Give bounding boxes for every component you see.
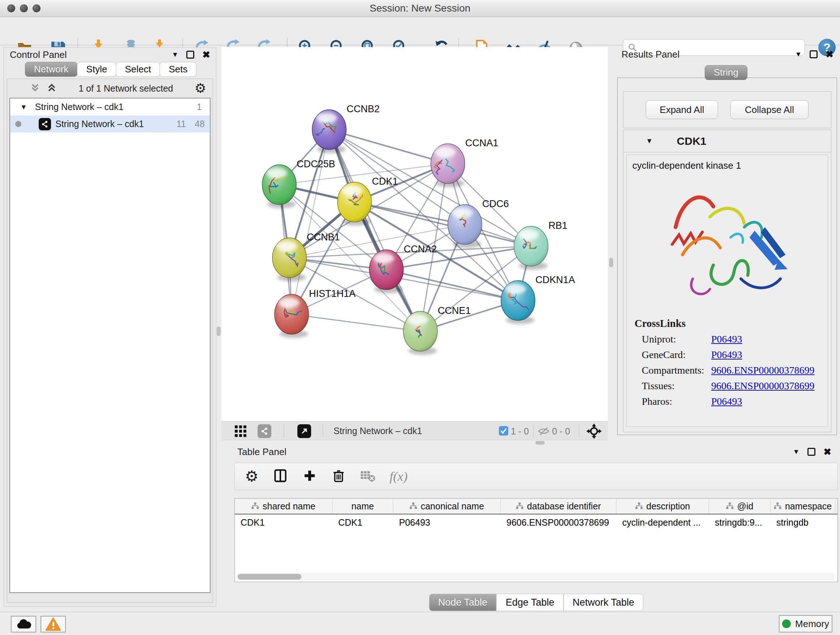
memory-label: Memory: [795, 618, 829, 630]
hidden-eye-icon[interactable]: [538, 426, 550, 437]
network-tree: ▼ String Network – cdk1 1 String Network…: [9, 98, 210, 593]
panel-float-icon[interactable]: [810, 50, 818, 58]
crosslink-value-link[interactable]: P06493: [711, 349, 742, 361]
panel-float-icon[interactable]: [807, 448, 815, 456]
crosslink-value-link[interactable]: P06493: [711, 333, 742, 345]
collapse-all-networks-icon[interactable]: [30, 82, 41, 95]
right-splitter-grip[interactable]: [609, 258, 613, 267]
panel-menu-icon[interactable]: ▼: [172, 51, 178, 59]
column-header-description[interactable]: description: [616, 499, 709, 514]
panel-close-icon[interactable]: ✖: [823, 447, 831, 458]
hidden-count: 0 - 0: [552, 426, 570, 437]
node-label-ccna1: CCNA1: [465, 138, 499, 149]
selected-count: 1 - 0: [511, 426, 529, 437]
panel-menu-icon[interactable]: ▼: [793, 448, 799, 456]
network-edge[interactable]: [329, 130, 448, 164]
minimize-window-button[interactable]: [20, 4, 28, 12]
column-header-shared-name[interactable]: shared name: [235, 499, 332, 514]
node-label-ccne1: CCNE1: [438, 305, 471, 316]
table-settings-gear-icon[interactable]: ⚙: [245, 469, 259, 484]
tab-sets[interactable]: Sets: [159, 62, 196, 77]
crosslink-value-link[interactable]: P06493: [711, 396, 742, 407]
left-splitter-grip[interactable]: [217, 326, 221, 336]
crosslink-value-link[interactable]: 9606.ENSP00000378699: [711, 380, 814, 392]
column-header-name[interactable]: name: [332, 499, 393, 514]
node-label-ccna2: CCNA2: [404, 244, 437, 255]
network-edge[interactable]: [386, 270, 518, 301]
table-row[interactable]: CDK1CDK1P064939606.ENSP00000378699cyclin…: [235, 515, 837, 530]
collection-count: 1: [197, 102, 202, 112]
birds-eye-view-icon[interactable]: [586, 423, 602, 440]
column-header-canonical-name[interactable]: canonical name: [393, 499, 501, 514]
network-node-group: [338, 182, 371, 226]
network-edge[interactable]: [292, 314, 420, 331]
table-horizontal-scrollbar[interactable]: [236, 573, 835, 580]
column-header--id[interactable]: @id: [709, 499, 771, 514]
network-row-selected[interactable]: String Network – cdk1 11 48: [10, 116, 210, 133]
warning-button[interactable]: [41, 616, 66, 632]
table-cell[interactable]: P06493: [393, 515, 501, 530]
table-cell[interactable]: CDK1: [235, 515, 332, 530]
expand-all-networks-icon[interactable]: [46, 82, 57, 95]
main-toolbar: ?: [0, 17, 840, 45]
entry-collapse-icon[interactable]: ▼: [646, 137, 653, 145]
table-cell[interactable]: stringdb:9...: [709, 515, 771, 530]
expand-all-button[interactable]: Expand All: [646, 100, 718, 119]
memory-status-dot: [782, 619, 791, 628]
tab-node-table[interactable]: Node Table: [429, 594, 496, 611]
memory-button[interactable]: Memory: [779, 615, 832, 632]
share-view-icon[interactable]: [257, 424, 271, 438]
network-graph: CCNB2CCNA1CDC25BCDK1CDC6RB1CCNB1CCNA2CDK…: [221, 47, 608, 421]
panel-close-icon[interactable]: ✖: [826, 49, 834, 60]
panel-close-icon[interactable]: ✖: [202, 49, 210, 60]
tab-select[interactable]: Select: [116, 62, 160, 77]
window-title: Session: New Session: [0, 0, 840, 17]
tab-style[interactable]: Style: [77, 62, 116, 77]
scrollbar-thumb[interactable]: [238, 574, 302, 580]
delete-column-icon[interactable]: [331, 468, 346, 485]
node-label-cdc6: CDC6: [482, 198, 509, 209]
tab-network-table[interactable]: Network Table: [564, 594, 643, 611]
table-cell[interactable]: stringdb: [771, 515, 835, 530]
control-panel: Control Panel ▼ ✖ Network Style Select S…: [4, 47, 216, 607]
node-label-ccnb1: CCNB1: [307, 232, 340, 242]
panel-menu-icon[interactable]: ▼: [795, 50, 802, 58]
tab-edge-table[interactable]: Edge Table: [496, 594, 564, 611]
table-cell[interactable]: CDK1: [332, 515, 393, 530]
collection-expand-icon[interactable]: ▼: [20, 103, 27, 111]
crosslink-label: Pharos:: [642, 396, 711, 407]
node-table: shared namenamecanonical namedatabase id…: [234, 498, 838, 582]
open-in-window-icon[interactable]: [297, 424, 311, 438]
crosslink-value-link[interactable]: 9606.ENSP00000378699: [711, 364, 814, 376]
column-header-database-identifier[interactable]: database identifier: [501, 499, 616, 514]
results-panel-title: Results Panel: [622, 49, 679, 60]
network-edge[interactable]: [292, 130, 329, 314]
string-network-icon: [39, 118, 51, 130]
horizontal-splitter-grip[interactable]: [535, 441, 545, 445]
results-panel: Results Panel ▼ ✖ String Expand All Coll…: [615, 47, 840, 437]
tab-string[interactable]: String: [705, 65, 747, 80]
grid-view-icon[interactable]: [234, 425, 247, 439]
network-edge[interactable]: [329, 130, 420, 331]
collapse-all-button[interactable]: Collapse All: [730, 100, 808, 119]
table-cell[interactable]: 9606.ENSP00000378699: [501, 515, 616, 530]
navbar-separator: [284, 424, 284, 438]
navbar-separator: [579, 424, 579, 438]
add-column-icon[interactable]: [302, 468, 317, 485]
network-options-gear-icon[interactable]: ⚙: [195, 82, 206, 95]
zoom-window-button[interactable]: [33, 4, 41, 12]
cloud-button[interactable]: [11, 616, 36, 632]
table-cell[interactable]: cyclin-dependent ...: [616, 515, 709, 530]
navbar-separator: [323, 424, 323, 438]
crosslink-label: Uniprot:: [642, 333, 711, 345]
show-columns-icon[interactable]: [272, 468, 288, 485]
column-header-label: shared name: [263, 501, 316, 511]
column-header-namespace[interactable]: namespace: [771, 499, 835, 514]
selected-checkbox-icon[interactable]: [499, 426, 508, 437]
panel-float-icon[interactable]: [186, 51, 194, 59]
current-network-title: String Network – cdk1: [333, 426, 422, 436]
network-view-canvas[interactable]: CCNB2CCNA1CDC25BCDK1CDC6RB1CCNB1CCNA2CDK…: [221, 47, 608, 421]
tab-network[interactable]: Network: [25, 62, 77, 77]
close-window-button[interactable]: [7, 4, 15, 12]
network-collection-row[interactable]: ▼ String Network – cdk1 1: [10, 98, 210, 116]
